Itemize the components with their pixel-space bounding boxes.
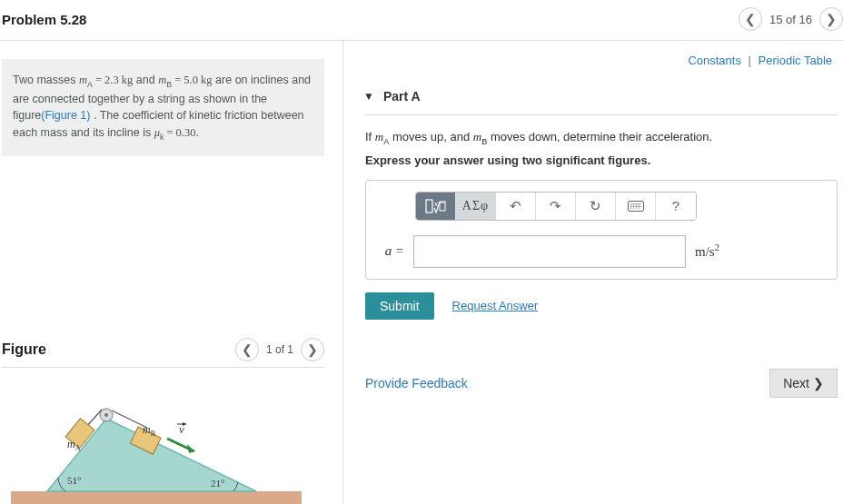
constants-link[interactable]: Constants [688, 54, 741, 67]
top-links: Constants | Periodic Table [363, 41, 838, 76]
chevron-right-icon: ❯ [813, 376, 824, 390]
reset-button[interactable]: ↻ [576, 193, 616, 220]
angle-left-label: 51° [67, 475, 81, 486]
chevron-right-icon: ❯ [307, 342, 318, 357]
val-mB: = 5.0 kg [172, 74, 213, 86]
caret-down-icon: ▼ [363, 90, 374, 103]
chevron-left-icon: ❮ [242, 342, 253, 357]
template-button[interactable]: x [416, 193, 456, 220]
periodic-table-link[interactable]: Periodic Table [759, 54, 832, 67]
svg-rect-15 [426, 200, 432, 212]
separator: | [749, 54, 751, 67]
answer-panel: x ΑΣφ ↶ ↷ ↻ ? a = m/s2 [365, 180, 838, 280]
answer-variable-label: a = [377, 243, 404, 259]
undo-icon: ↶ [510, 198, 521, 214]
question-text: If mA moves up, and mB moves down, deter… [365, 130, 838, 146]
pager: ❮ 15 of 16 ❯ [739, 7, 834, 31]
var-mB: m [158, 74, 166, 86]
redo-button[interactable]: ↷ [536, 193, 576, 220]
svg-rect-17 [440, 203, 445, 211]
pager-text: 15 of 16 [769, 13, 812, 26]
redo-icon: ↷ [550, 198, 561, 214]
var-mA: m [79, 74, 87, 86]
angle-right-label: 21° [211, 478, 224, 489]
svg-rect-0 [11, 491, 302, 504]
svg-text:x: x [434, 200, 438, 208]
problem-title: Problem 5.28 [2, 12, 86, 27]
figure-link[interactable]: (Figure 1) [41, 109, 90, 122]
undo-button[interactable]: ↶ [496, 193, 536, 220]
text: and [133, 74, 158, 86]
part-header[interactable]: ▼ Part A [363, 76, 838, 115]
keyboard-button[interactable] [616, 193, 656, 220]
greek-button[interactable]: ΑΣφ [456, 193, 496, 220]
val-mA: = 2.3 kg [93, 74, 134, 86]
next-label: Next [783, 376, 809, 390]
chevron-right-icon: ❯ [826, 12, 837, 26]
instruction-text: Express your answer using two significan… [365, 153, 838, 167]
figure-next-button[interactable]: ❯ [301, 338, 324, 361]
prev-problem-button[interactable]: ❮ [739, 7, 762, 31]
next-button[interactable]: Next ❯ [769, 369, 838, 398]
val-mu: = 0.30. [164, 126, 198, 139]
submit-button[interactable]: Submit [365, 292, 434, 320]
svg-point-3 [104, 413, 108, 417]
part-label: Part A [383, 89, 421, 104]
answer-input[interactable] [413, 235, 686, 268]
next-problem-button[interactable]: ❯ [819, 7, 843, 31]
figure-pager-text: 1 of 1 [266, 343, 293, 356]
keyboard-icon [628, 201, 644, 212]
provide-feedback-link[interactable]: Provide Feedback [365, 376, 468, 390]
text: Two masses [13, 74, 79, 86]
figure-prev-button[interactable]: ❮ [235, 338, 259, 361]
answer-unit: m/s2 [695, 242, 719, 260]
chevron-left-icon: ❮ [745, 12, 756, 26]
reset-icon: ↻ [590, 198, 601, 214]
svg-marker-14 [183, 422, 186, 426]
problem-statement: Two masses mA = 2.3 kg and mB = 5.0 kg a… [2, 59, 324, 156]
request-answer-link[interactable]: Request Answer [452, 299, 539, 312]
help-button[interactable]: ? [656, 193, 696, 220]
fraction-root-icon: x [425, 199, 447, 213]
figure-image: 51° 21° mA [2, 384, 311, 504]
equation-toolbar: x ΑΣφ ↶ ↷ ↻ ? [415, 192, 697, 221]
figure-heading: Figure [2, 341, 46, 358]
svg-text:mB: mB [143, 423, 155, 438]
